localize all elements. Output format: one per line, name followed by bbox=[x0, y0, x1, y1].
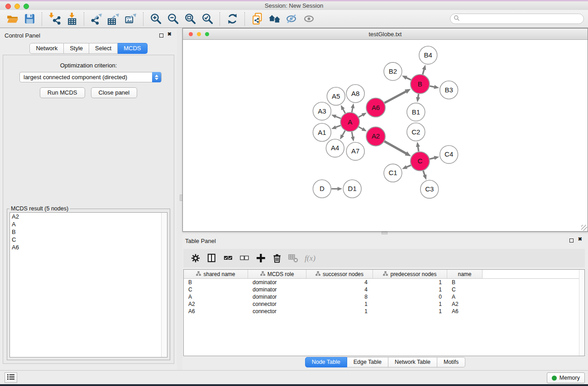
tab-edge-table[interactable]: Edge Table bbox=[347, 357, 388, 367]
table-row[interactable]: Adominator80A bbox=[184, 293, 584, 300]
graph-edge[interactable] bbox=[359, 127, 363, 129]
float-table-panel-icon[interactable] bbox=[569, 238, 574, 243]
result-item[interactable]: A2 bbox=[10, 213, 167, 220]
tab-select[interactable]: Select bbox=[89, 43, 118, 54]
hide-graphics-details-icon[interactable] bbox=[283, 12, 300, 26]
network-view-window[interactable]: testGlobe.txt AA1A2A3A4A5A6A7A8BB1B2B3B4… bbox=[182, 28, 588, 232]
column-header-MCDS-role[interactable]: MCDS role bbox=[248, 270, 306, 278]
column-header-successor-nodes[interactable]: successor nodes bbox=[306, 270, 373, 278]
table-cell[interactable]: 1 bbox=[306, 308, 373, 315]
table-cell[interactable]: A2 bbox=[447, 301, 483, 307]
table-cell[interactable]: C bbox=[184, 286, 248, 293]
table-cell[interactable]: A bbox=[447, 294, 483, 300]
close-panel-button[interactable]: Close panel bbox=[91, 87, 138, 98]
column-header-shared-name[interactable]: shared name bbox=[184, 270, 248, 278]
table-cell[interactable]: dominator bbox=[248, 286, 306, 293]
tab-mcds[interactable]: MCDS bbox=[118, 43, 147, 54]
open-session-icon[interactable] bbox=[4, 12, 21, 26]
import-table-icon[interactable] bbox=[63, 12, 80, 26]
refresh-layout-icon[interactable] bbox=[224, 12, 241, 26]
graph-edge[interactable] bbox=[342, 131, 345, 136]
zoom-in-icon[interactable] bbox=[147, 12, 164, 26]
import-network-icon[interactable] bbox=[46, 12, 63, 26]
columns-icon[interactable] bbox=[204, 252, 220, 265]
table-cell[interactable]: A2 bbox=[184, 301, 248, 307]
close-panel-icon[interactable]: ✖ bbox=[167, 31, 172, 37]
column-header-predecessor-nodes[interactable]: predecessor nodes bbox=[373, 270, 447, 278]
table-cell[interactable]: dominator bbox=[248, 294, 306, 300]
table-cell[interactable]: 4 bbox=[306, 279, 373, 286]
table-cell[interactable]: dominator bbox=[248, 279, 306, 286]
table-row[interactable]: Cdominator41C bbox=[184, 286, 584, 293]
tab-motifs[interactable]: Motifs bbox=[437, 357, 465, 367]
result-item[interactable]: C bbox=[10, 236, 167, 243]
graph-edge[interactable] bbox=[335, 125, 341, 127]
export-image-icon[interactable] bbox=[122, 12, 139, 26]
graph-edge[interactable] bbox=[352, 132, 353, 137]
table-cell[interactable]: connector bbox=[248, 308, 306, 315]
result-item[interactable]: A bbox=[10, 220, 167, 228]
graph-edge[interactable] bbox=[430, 86, 435, 87]
delete-row-icon[interactable] bbox=[269, 252, 285, 265]
select-all-icon[interactable] bbox=[220, 252, 236, 265]
table-cell[interactable]: 4 bbox=[306, 286, 373, 293]
graph-edge[interactable] bbox=[418, 146, 419, 151]
search-input[interactable] bbox=[450, 14, 584, 24]
network-canvas[interactable]: AA1A2A3A4A5A6A7A8BB1B2B3B4CC1C2C3C4DD1 bbox=[183, 40, 588, 231]
graph-edge[interactable] bbox=[430, 158, 435, 159]
graph-edge[interactable] bbox=[418, 94, 418, 97]
graph-edge[interactable] bbox=[335, 116, 341, 119]
export-network-icon[interactable] bbox=[88, 12, 105, 26]
graph-edge[interactable] bbox=[406, 165, 411, 167]
tab-style[interactable]: Style bbox=[64, 43, 89, 54]
table-row[interactable]: Bdominator41B bbox=[184, 279, 584, 286]
table-cell[interactable]: 8 bbox=[306, 294, 373, 300]
graph-edge[interactable] bbox=[343, 109, 345, 113]
network-window-titlebar[interactable]: testGlobe.txt bbox=[183, 29, 588, 40]
graph-edge[interactable] bbox=[384, 141, 406, 153]
tab-network[interactable]: Network bbox=[29, 43, 64, 54]
table-cell[interactable]: B bbox=[184, 279, 248, 286]
tab-node-table[interactable]: Node Table bbox=[305, 357, 347, 367]
graph-edge[interactable] bbox=[423, 171, 425, 176]
clone-network-icon[interactable] bbox=[249, 12, 266, 26]
zoom-selected-icon[interactable] bbox=[199, 12, 216, 26]
graph-edge[interactable] bbox=[423, 69, 424, 75]
table-cell[interactable]: 1 bbox=[373, 301, 447, 307]
tab-network-table[interactable]: Network Table bbox=[388, 357, 437, 367]
table-scrollbar[interactable] bbox=[579, 270, 584, 356]
table-cell[interactable]: connector bbox=[248, 301, 306, 307]
memory-button[interactable]: Memory bbox=[547, 372, 585, 383]
save-session-icon[interactable] bbox=[21, 12, 38, 26]
first-neighbors-icon[interactable] bbox=[266, 12, 283, 26]
criterion-dropdown[interactable]: largest connected component (directed) bbox=[19, 72, 162, 82]
graph-edge[interactable] bbox=[384, 91, 406, 103]
table-cell[interactable]: 1 bbox=[373, 308, 447, 315]
unselect-all-icon[interactable] bbox=[236, 252, 253, 265]
mcds-result-list[interactable]: A2ABCA6 bbox=[10, 212, 167, 357]
table-cell[interactable]: C bbox=[447, 286, 483, 293]
add-row-icon[interactable] bbox=[253, 252, 269, 265]
task-history-button[interactable] bbox=[5, 372, 17, 383]
table-cell[interactable]: A6 bbox=[184, 308, 248, 315]
zoom-out-icon[interactable] bbox=[164, 12, 182, 26]
network-graph[interactable]: AA1A2A3A4A5A6A7A8BB1B2B3B4CC1C2C3C4DD1 bbox=[183, 40, 588, 231]
table-cell[interactable]: B bbox=[447, 279, 483, 286]
show-graphics-details-icon[interactable] bbox=[300, 12, 317, 26]
gear-icon[interactable] bbox=[187, 252, 204, 265]
zoom-fit-icon[interactable] bbox=[182, 12, 199, 26]
resize-grip-icon[interactable] bbox=[581, 225, 587, 231]
float-panel-icon[interactable] bbox=[159, 33, 163, 38]
run-mcds-button[interactable]: Run MCDS bbox=[40, 87, 85, 98]
table-row[interactable]: A2connector11A2 bbox=[184, 300, 584, 308]
graph-edge[interactable] bbox=[406, 77, 411, 80]
export-table-icon[interactable] bbox=[105, 12, 122, 26]
table-cell[interactable]: 0 bbox=[373, 294, 447, 300]
table-cell[interactable]: 1 bbox=[306, 301, 373, 307]
table-cell[interactable]: A6 bbox=[447, 308, 483, 315]
close-table-panel-icon[interactable]: ✖ bbox=[578, 236, 582, 242]
graph-edge[interactable] bbox=[352, 108, 353, 112]
table-cell[interactable]: 1 bbox=[373, 279, 447, 286]
result-item[interactable]: A6 bbox=[10, 243, 167, 251]
table-row[interactable]: A6connector11A6 bbox=[184, 308, 584, 315]
